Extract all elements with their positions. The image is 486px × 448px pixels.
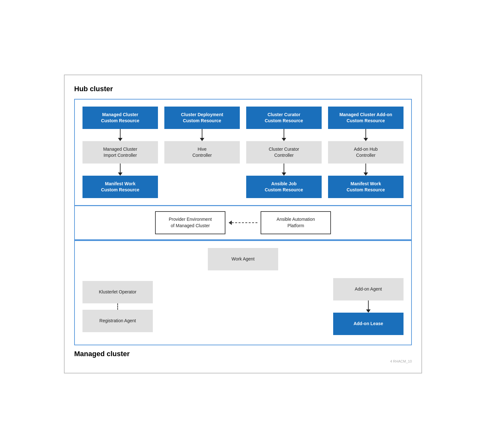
addon-lease: Add-on Lease bbox=[333, 313, 404, 335]
cluster-curator-controller: Cluster Curator Controller bbox=[246, 141, 322, 164]
managed-cluster-import-ctrl: Managed Cluster Import Controller bbox=[82, 141, 158, 164]
page: Hub cluster Managed Cluster Custom Resou… bbox=[64, 75, 422, 373]
hub-row1: Managed Cluster Custom Resource Managed … bbox=[82, 107, 404, 198]
bottom-agents-row: Klusterlet Operator Registration Agent A… bbox=[82, 278, 404, 335]
ansible-automation: Ansible Automation Platform bbox=[261, 211, 331, 234]
col2-spacer bbox=[164, 164, 240, 176]
addon-hub-controller: Add-on Hub Controller bbox=[328, 141, 404, 164]
managed-cluster-cr: Managed Cluster Custom Resource bbox=[82, 107, 158, 129]
cluster-curator-cr: Cluster Curator Custom Resource bbox=[246, 107, 322, 129]
col4: Managed Cluster Add-on Custom Resource A… bbox=[328, 107, 404, 198]
right-agents: Add-on Agent Add-on Lease bbox=[333, 278, 404, 335]
work-agent-row: Work Agent bbox=[82, 248, 404, 270]
provider-env-col: Provider Environment of Managed Cluster bbox=[155, 211, 225, 234]
provider-env: Provider Environment of Managed Cluster bbox=[155, 211, 225, 234]
col2: Cluster Deployment Custom Resource Hive … bbox=[164, 107, 240, 198]
hub-cluster-label: Hub cluster bbox=[74, 85, 412, 93]
hub-divider-1 bbox=[75, 205, 411, 206]
arrow-addon-down bbox=[366, 300, 371, 313]
dashed-line bbox=[232, 222, 257, 223]
dashed-arrow-ansible-provider bbox=[229, 220, 257, 225]
work-agent-container: Work Agent bbox=[208, 248, 278, 270]
klusterlet-operator: Klusterlet Operator bbox=[82, 281, 153, 303]
middle-row: Provider Environment of Managed Cluster … bbox=[82, 211, 404, 234]
col1: Managed Cluster Custom Resource Managed … bbox=[82, 107, 158, 198]
left-agents: Klusterlet Operator Registration Agent bbox=[82, 281, 153, 332]
arrow-down-4 bbox=[364, 129, 368, 141]
addon-agent: Add-on Agent bbox=[333, 278, 404, 300]
arrow-down-3 bbox=[282, 129, 286, 141]
col3: Cluster Curator Custom Resource Cluster … bbox=[246, 107, 322, 198]
manifest-work-cr-right: Manifest Work Custom Resource bbox=[328, 176, 404, 198]
hub-area: Managed Cluster Custom Resource Managed … bbox=[74, 99, 412, 241]
cluster-deployment-cr: Cluster Deployment Custom Resource bbox=[164, 107, 240, 129]
registration-agent: Registration Agent bbox=[82, 310, 153, 332]
arrow-left-head bbox=[229, 220, 232, 225]
ansible-auto-col: Ansible Automation Platform bbox=[261, 211, 331, 234]
arrow-down-1b bbox=[118, 164, 122, 176]
klusterlet-down-arrow bbox=[117, 303, 118, 310]
watermark: 4 RHACM_10 bbox=[74, 359, 412, 363]
managed-cluster-addon-cr: Managed Cluster Add-on Custom Resource bbox=[328, 107, 404, 129]
diagram: Hub cluster Managed Cluster Custom Resou… bbox=[74, 85, 412, 363]
hive-controller: Hive Controller bbox=[164, 141, 240, 164]
hub-divider-2 bbox=[75, 239, 411, 240]
center-spacer bbox=[159, 278, 327, 335]
manifest-work-cr-left: Manifest Work Custom Resource bbox=[82, 176, 158, 198]
managed-area: Work Agent Klusterlet Operator Registrat… bbox=[74, 241, 412, 345]
arrow-down-4b bbox=[364, 164, 368, 176]
managed-cluster-label: Managed cluster bbox=[74, 350, 412, 358]
arrow-down-2 bbox=[200, 129, 204, 141]
arrow-down-1 bbox=[118, 129, 122, 141]
work-agent: Work Agent bbox=[208, 248, 278, 270]
ansible-job-cr: Ansible Job Custom Resource bbox=[246, 176, 322, 198]
arrow-down-3b bbox=[282, 164, 286, 176]
